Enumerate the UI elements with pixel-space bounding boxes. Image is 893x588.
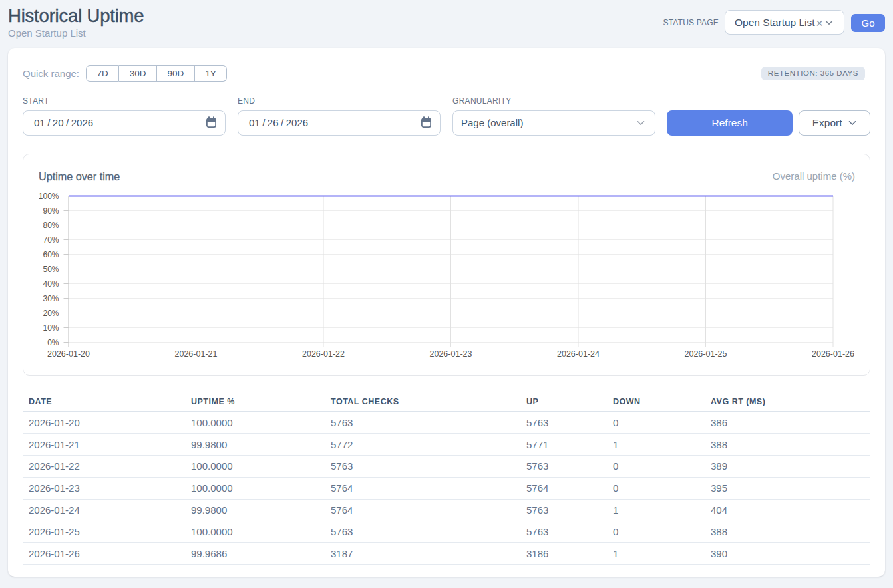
svg-text:80%: 80%	[43, 220, 59, 229]
svg-text:40%: 40%	[43, 279, 59, 288]
svg-text:2026-01-25: 2026-01-25	[685, 349, 727, 358]
svg-text:2026-01-23: 2026-01-23	[430, 349, 472, 358]
svg-text:2026-01-20: 2026-01-20	[47, 349, 90, 358]
svg-text:100%: 100%	[39, 191, 59, 200]
svg-text:2026-01-24: 2026-01-24	[557, 349, 600, 358]
svg-text:2026-01-26: 2026-01-26	[812, 349, 854, 358]
svg-text:20%: 20%	[43, 308, 59, 317]
svg-text:30%: 30%	[43, 293, 59, 303]
svg-text:60%: 60%	[43, 249, 59, 259]
svg-text:10%: 10%	[43, 323, 59, 332]
svg-text:50%: 50%	[43, 264, 59, 273]
svg-text:0%: 0%	[47, 337, 59, 347]
svg-text:90%: 90%	[43, 206, 59, 215]
svg-text:2026-01-21: 2026-01-21	[175, 349, 218, 358]
svg-text:70%: 70%	[43, 235, 59, 244]
svg-text:2026-01-22: 2026-01-22	[302, 349, 345, 358]
